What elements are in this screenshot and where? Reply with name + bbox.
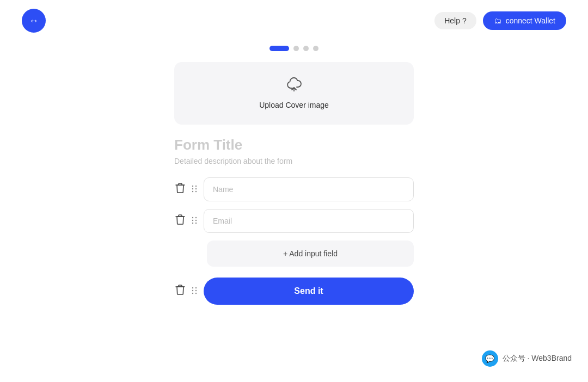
name-delete-icon[interactable] <box>174 182 186 197</box>
progress-dot-2[interactable] <box>293 46 299 51</box>
watermark-label: 公众号 · Web3Brand <box>503 354 572 363</box>
svg-point-15 <box>195 289 197 291</box>
send-field-actions <box>174 284 198 299</box>
connect-wallet-label: connect Wallet <box>506 16 555 25</box>
name-drag-icon[interactable] <box>191 184 198 195</box>
svg-point-0 <box>192 185 193 186</box>
svg-point-4 <box>192 190 193 192</box>
svg-point-17 <box>195 292 197 293</box>
header: ↔ Help ? 🗂 connect Wallet <box>0 0 588 41</box>
email-delete-icon[interactable] <box>174 213 186 229</box>
svg-point-14 <box>192 289 193 291</box>
send-delete-icon[interactable] <box>174 284 186 299</box>
svg-point-10 <box>192 222 193 223</box>
svg-point-9 <box>195 219 197 220</box>
upload-icon <box>286 77 302 95</box>
name-field-actions <box>174 182 198 197</box>
svg-point-1 <box>195 185 197 186</box>
email-field-actions <box>174 213 198 229</box>
form-description-input[interactable] <box>174 157 414 165</box>
svg-point-5 <box>195 190 197 192</box>
send-button[interactable]: Send it <box>204 278 414 305</box>
email-drag-icon[interactable] <box>191 216 198 226</box>
upload-label: Upload Cover image <box>259 101 329 109</box>
form-container: Upload Cover image <box>174 62 414 305</box>
svg-point-12 <box>192 287 193 288</box>
upload-cover-area[interactable]: Upload Cover image <box>174 62 414 125</box>
name-input[interactable] <box>204 177 414 201</box>
main-content: Upload Cover image <box>0 62 588 305</box>
svg-point-6 <box>192 217 193 218</box>
watermark-icon: 💬 <box>482 350 498 367</box>
wallet-icon: 🗂 <box>494 16 501 25</box>
svg-point-11 <box>195 222 197 223</box>
progress-dot-4[interactable] <box>313 46 318 51</box>
email-input[interactable] <box>204 209 414 233</box>
watermark: 💬 公众号 · Web3Brand <box>482 350 572 367</box>
header-actions: Help ? 🗂 connect Wallet <box>434 11 566 30</box>
progress-indicator <box>0 46 588 51</box>
name-field-row <box>174 177 414 201</box>
svg-point-8 <box>192 219 193 220</box>
svg-point-3 <box>195 188 197 189</box>
form-title-input[interactable] <box>174 137 414 153</box>
email-field-row <box>174 209 414 233</box>
logo-icon: ↔ <box>29 15 39 27</box>
connect-wallet-button[interactable]: 🗂 connect Wallet <box>483 11 566 30</box>
svg-point-16 <box>192 292 193 293</box>
svg-point-2 <box>192 188 193 189</box>
help-button[interactable]: Help ? <box>434 12 476 29</box>
add-input-field-button[interactable]: + Add input field <box>207 241 414 267</box>
progress-dot-3[interactable] <box>303 46 309 51</box>
svg-point-13 <box>195 287 197 288</box>
svg-point-7 <box>195 217 197 218</box>
logo: ↔ <box>22 9 46 33</box>
progress-dot-1[interactable] <box>270 46 289 51</box>
send-drag-icon[interactable] <box>191 286 198 297</box>
send-row: Send it <box>174 278 414 305</box>
